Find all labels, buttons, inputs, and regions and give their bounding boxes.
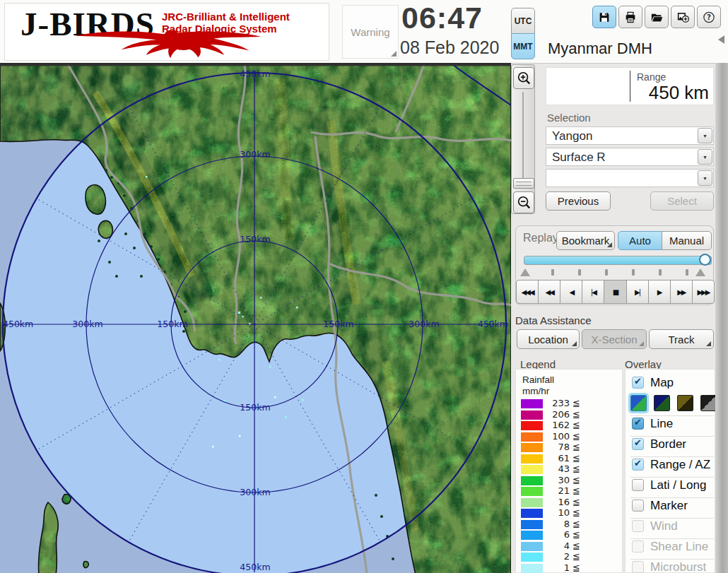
option-dropdown[interactable]: ▼ (546, 169, 714, 187)
track-button[interactable]: Track (649, 329, 714, 349)
playback-stop-button[interactable]: ■ (604, 280, 626, 304)
timezone-utc-button[interactable]: UTC (511, 8, 535, 34)
ring-label: 300km (240, 487, 270, 497)
range-display: Range 450 km (546, 67, 714, 105)
panel-collapse-icon[interactable] (718, 35, 724, 44)
replay-auto-button[interactable]: Auto (618, 231, 662, 250)
legend-value: 206 ≦ (545, 409, 580, 420)
overlay-row-marker: Marker (630, 497, 714, 516)
legend-swatch (521, 476, 543, 485)
select-button[interactable]: Select (650, 191, 714, 211)
chevron-down-icon[interactable]: ▼ (698, 170, 712, 186)
microburst-checkbox (632, 561, 644, 573)
open-folder-button[interactable] (645, 6, 669, 28)
overlay-row-lati-long: Lati / Long (630, 477, 714, 496)
previous-button[interactable]: Previous (546, 191, 611, 211)
slider-tick (605, 269, 608, 276)
legend-swatch (521, 443, 543, 452)
svg-text:?: ? (707, 13, 711, 21)
slider-tick (686, 269, 688, 276)
zoom-slider-handle[interactable] (513, 178, 534, 189)
zoom-slider-track[interactable] (516, 92, 530, 178)
legend-swatch (521, 432, 543, 442)
legend-unit-line2: mm/hr (522, 386, 549, 396)
add-image-button[interactable] (671, 6, 695, 28)
location-button[interactable]: Location (517, 329, 580, 349)
overlay-label: Range / AZ (650, 458, 710, 472)
border-checkbox[interactable] (632, 438, 644, 450)
legend-swatch (521, 410, 543, 420)
station-name: Myanmar DMH (548, 40, 652, 58)
chevron-down-icon[interactable]: ▼ (698, 149, 712, 165)
zoom-out-button[interactable] (513, 191, 534, 213)
ring-label: 300km (240, 149, 270, 160)
marker-checkbox[interactable] (632, 500, 644, 512)
playback-play-button[interactable]: ▶ (648, 280, 671, 304)
ring-label: 150km (323, 319, 353, 329)
lati-long-checkbox[interactable] (632, 479, 644, 491)
replay-progress-slider[interactable] (524, 256, 712, 265)
legend-value: 8 ≦ (545, 519, 580, 529)
legend-value: 61 ≦ (545, 453, 580, 463)
timezone-mmt-button[interactable]: MMT (511, 33, 535, 59)
playback-step-back-button[interactable]: |◀ (582, 280, 604, 304)
eagle-logo-icon (11, 29, 325, 60)
clock-date: 08 Feb 2020 (400, 37, 499, 58)
overlay-row-shear-line: Shear Line (630, 538, 714, 557)
help-button[interactable]: ? (697, 6, 721, 28)
overlay-label: Wind (650, 519, 678, 533)
ring-label: 450km (3, 319, 33, 329)
overlay-row-border: Border (630, 436, 714, 455)
map-style-swatch-2[interactable] (654, 395, 670, 411)
range-value: 450 km (649, 82, 709, 104)
right-rail[interactable] (715, 63, 728, 573)
replay-manual-button[interactable]: Manual (662, 231, 712, 250)
legend-value: 21 ≦ (545, 485, 580, 496)
legend-value: 43 ≦ (545, 463, 580, 474)
playback-rewind-fast-button[interactable]: ◀◀◀ (516, 280, 539, 304)
range-az-checkbox[interactable] (632, 459, 644, 471)
legend-value: 78 ≦ (545, 442, 580, 452)
ring-label: 150km (240, 402, 270, 413)
legend-swatch (521, 421, 543, 430)
map-zoom-control (511, 64, 535, 214)
line-checkbox[interactable] (632, 418, 644, 430)
replay-group: Replay Bookmark Auto Manual ◀◀◀ ◀◀ ◀ |◀ … (515, 225, 714, 305)
legend-swatch (521, 465, 543, 474)
map-style-swatch-4[interactable] (700, 395, 717, 411)
warning-label: Warning (351, 26, 389, 38)
playback-rewind-button[interactable]: ◀◀ (538, 280, 560, 304)
warning-button[interactable]: Warning (342, 5, 399, 59)
save-button[interactable] (592, 6, 616, 28)
overlay-label: Lati / Long (650, 478, 706, 492)
radar-map[interactable]: 450km 300km 150km 150km 300km 450km 450k… (0, 63, 511, 573)
app-header: J-BIRDS JRC-Brilliant & Intelligent Rada… (0, 0, 728, 64)
playback-step-forward-button[interactable]: ▶| (626, 280, 649, 304)
zoom-in-button[interactable] (513, 67, 534, 89)
station-dropdown[interactable]: Yangon ▼ (546, 126, 714, 145)
playback-forward-button[interactable]: ▶▶ (670, 280, 693, 304)
map-checkbox[interactable] (632, 377, 644, 389)
replay-range-start-marker[interactable] (520, 268, 530, 276)
range-label: Range (637, 71, 666, 83)
zoom-out-icon (516, 195, 532, 211)
replay-range-end-marker[interactable] (695, 268, 705, 276)
overlay-label: Border (650, 437, 686, 451)
map-style-swatch-1[interactable] (630, 395, 647, 411)
ring-label: 150km (240, 234, 270, 244)
legend-swatch (521, 531, 543, 540)
playback-back-button[interactable]: ◀ (560, 280, 582, 304)
bookmark-button[interactable]: Bookmark (556, 231, 615, 250)
chevron-down-icon[interactable]: ▼ (698, 128, 712, 143)
shear-line-checkbox (632, 540, 644, 553)
product-dropdown[interactable]: Surface R ▼ (546, 148, 714, 166)
slider-tick (578, 269, 581, 276)
legend-swatch (521, 454, 543, 463)
x-section-button[interactable]: X-Section (582, 329, 647, 349)
map-style-swatch-3[interactable] (677, 395, 693, 411)
print-button[interactable] (618, 6, 642, 28)
replay-slider-handle[interactable] (699, 254, 711, 266)
overlay-row-range-az: Range / AZ (630, 456, 714, 475)
playback-forward-fast-button[interactable]: ▶▶▶ (692, 280, 715, 304)
selection-label: Selection (547, 112, 591, 124)
